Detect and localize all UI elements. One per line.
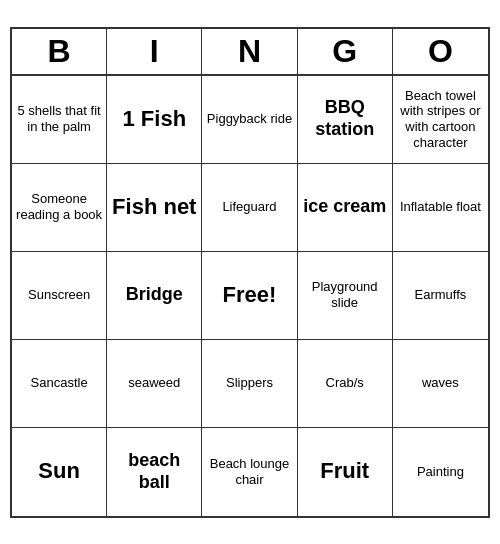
header-letter: I [107,29,202,74]
bingo-cell: Earmuffs [393,252,488,340]
bingo-cell: Slippers [202,340,297,428]
bingo-cell: Sancastle [12,340,107,428]
bingo-cell: Sun [12,428,107,516]
header-letter: G [298,29,393,74]
bingo-cell: Fruit [298,428,393,516]
bingo-cell: 5 shells that fit in the palm [12,76,107,164]
bingo-cell: Bridge [107,252,202,340]
bingo-cell: Lifeguard [202,164,297,252]
bingo-cell: Inflatable float [393,164,488,252]
bingo-cell: Sunscreen [12,252,107,340]
bingo-cell: Beach lounge chair [202,428,297,516]
bingo-cell: Crab/s [298,340,393,428]
bingo-cell: ice cream [298,164,393,252]
header-letter: O [393,29,488,74]
header-letter: B [12,29,107,74]
bingo-cell: Painting [393,428,488,516]
header-letter: N [202,29,297,74]
bingo-cell: Free! [202,252,297,340]
bingo-grid: 5 shells that fit in the palm1 FishPiggy… [12,76,488,516]
bingo-cell: waves [393,340,488,428]
bingo-cell: Playground slide [298,252,393,340]
bingo-cell: Piggyback ride [202,76,297,164]
bingo-card: BINGO 5 shells that fit in the palm1 Fis… [10,27,490,518]
bingo-cell: BBQ station [298,76,393,164]
bingo-cell: beach ball [107,428,202,516]
bingo-cell: Fish net [107,164,202,252]
bingo-cell: 1 Fish [107,76,202,164]
bingo-cell: Beach towel with stripes or with cartoon… [393,76,488,164]
bingo-header: BINGO [12,29,488,76]
bingo-cell: seaweed [107,340,202,428]
bingo-cell: Someone reading a book [12,164,107,252]
